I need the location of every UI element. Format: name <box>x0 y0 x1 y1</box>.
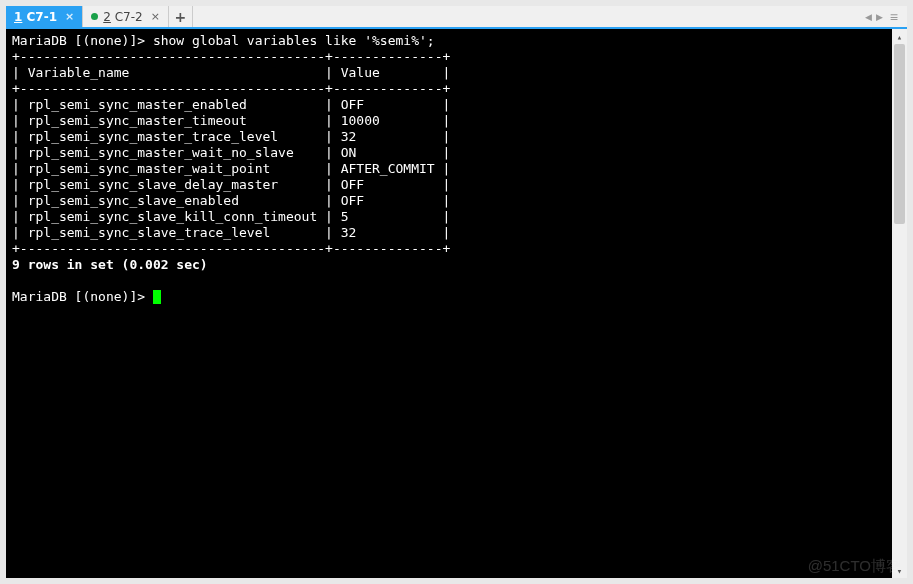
tab-C7-1[interactable]: 1 C7-1× <box>6 6 83 27</box>
cursor <box>153 290 161 304</box>
next-tab-icon[interactable]: ▶ <box>876 12 883 22</box>
tab-label: 2 C7-2 <box>103 10 142 24</box>
prev-tab-icon[interactable]: ◀ <box>865 12 872 22</box>
scrollbar[interactable]: ▴ ▾ <box>892 29 907 578</box>
tab-label: 1 C7-1 <box>14 10 57 24</box>
terminal-output[interactable]: MariaDB [(none)]> show global variables … <box>6 29 892 578</box>
result-summary: 9 rows in set (0.002 sec) <box>12 257 208 272</box>
tab-bar: 1 C7-1×2 C7-2× + ◀ ▶ ≡ <box>6 6 907 29</box>
scroll-thumb[interactable] <box>894 44 905 224</box>
prompt: MariaDB [(none)]> <box>12 289 153 304</box>
close-icon[interactable]: × <box>151 10 160 23</box>
scroll-down-icon[interactable]: ▾ <box>892 563 907 578</box>
new-tab-button[interactable]: + <box>169 6 193 27</box>
tab-menu-icon[interactable]: ≡ <box>887 9 901 25</box>
unsaved-dot-icon <box>91 13 98 20</box>
tabbar-controls: ◀ ▶ ≡ <box>859 6 907 27</box>
scroll-up-icon[interactable]: ▴ <box>892 29 907 44</box>
tab-C7-2[interactable]: 2 C7-2× <box>83 6 169 27</box>
close-icon[interactable]: × <box>65 10 74 23</box>
